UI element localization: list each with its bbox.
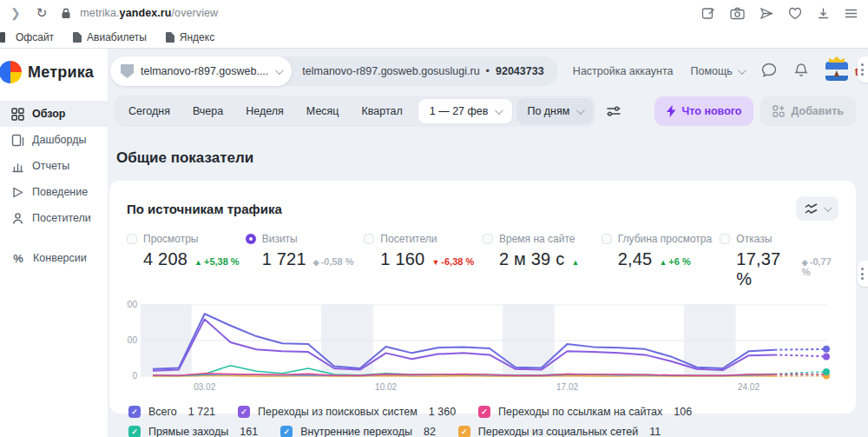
help-menu[interactable]: Помощь bbox=[691, 65, 744, 77]
metric-radio-selected[interactable] bbox=[246, 234, 256, 244]
chevron-down-icon bbox=[738, 66, 746, 75]
document-icon bbox=[73, 32, 82, 43]
metric-checkbox[interactable] bbox=[602, 234, 612, 244]
metric-visits[interactable]: Визиты 1 721◆-0,58 % bbox=[246, 233, 365, 289]
lightning-icon bbox=[667, 105, 676, 117]
checkbox-checked-icon[interactable]: ✓ bbox=[128, 426, 141, 437]
date-range-picker[interactable]: 1 — 27 фев bbox=[418, 98, 514, 124]
filters-toolbar: Сегодня Вчера Неделя Месяц Квартал 1 — 2… bbox=[108, 90, 868, 132]
counter-id: 92043733 bbox=[496, 65, 544, 77]
url-bar[interactable]: metrika.yandex.ru/overview bbox=[80, 7, 218, 19]
metric-bounce-rate[interactable]: Отказы 17,37 %◆-0,77 % bbox=[720, 233, 838, 289]
counter-selector[interactable]: telmanovo-r897.gosweb.... bbox=[110, 56, 292, 86]
sidebar-item-reports[interactable]: Отчеты bbox=[0, 153, 108, 179]
checkbox-checked-icon[interactable]: ✓ bbox=[458, 426, 470, 437]
granularity-select[interactable]: По дням bbox=[516, 98, 593, 124]
metric-checkbox[interactable] bbox=[483, 234, 493, 244]
percent-icon: % bbox=[11, 252, 25, 265]
account-settings-link[interactable]: Настройка аккаунта bbox=[573, 65, 674, 77]
forward-icon[interactable]: ❯ bbox=[10, 6, 21, 20]
period-filter-group: Сегодня Вчера Неделя Месяц Квартал 1 — 2… bbox=[115, 96, 595, 127]
checkbox-checked-icon[interactable]: ✓ bbox=[238, 406, 250, 418]
chart-type-selector[interactable] bbox=[796, 196, 838, 221]
sidebar-item-conversions[interactable]: % Конверсии bbox=[0, 245, 108, 271]
screenshot-icon[interactable] bbox=[730, 7, 745, 20]
whats-new-button[interactable]: Что нового bbox=[654, 96, 754, 126]
sidebar-item-label: Поведение bbox=[32, 186, 88, 198]
grid-icon bbox=[11, 108, 24, 121]
bookmarks-bar: Офсайт Авиабилеты Яндекс bbox=[0, 26, 868, 49]
period-yesterday[interactable]: Вчера bbox=[181, 105, 234, 117]
legend-direct-traffic[interactable]: ✓Прямые заходы161 bbox=[128, 426, 258, 437]
metric-time-on-site[interactable]: Время на сайте 2 м 39 с▲ bbox=[483, 233, 602, 289]
svg-text:17.02: 17.02 bbox=[556, 382, 578, 392]
segment-settings-icon[interactable] bbox=[606, 104, 621, 118]
counter-favicon bbox=[121, 64, 134, 78]
chart-legend: ✓Всего1 721 ✓Переходы из поисковых систе… bbox=[127, 406, 838, 437]
add-widget-button[interactable]: Добавить bbox=[760, 96, 856, 126]
svg-text:03.02: 03.02 bbox=[194, 382, 215, 392]
sidebar-item-label: Посетители bbox=[32, 212, 91, 224]
legend-link-traffic[interactable]: ✓Переходы по ссылкам на сайтах106 bbox=[478, 406, 692, 418]
reload-icon[interactable]: ↻ bbox=[36, 5, 48, 21]
sidebar-item-behavior[interactable]: Поведение bbox=[0, 179, 108, 205]
metric-checkbox[interactable] bbox=[720, 234, 730, 244]
metric-pageviews[interactable]: Просмотры 4 208▲+5,38 % bbox=[127, 233, 246, 289]
period-today[interactable]: Сегодня bbox=[117, 105, 181, 117]
svg-text:200: 200 bbox=[127, 300, 137, 309]
notifications-bell-icon[interactable] bbox=[794, 63, 808, 80]
bookmark-label: Офсайт bbox=[16, 31, 54, 43]
metric-visitors[interactable]: Посетители 1 160▼-6,38 % bbox=[364, 233, 483, 289]
checkbox-checked-icon[interactable]: ✓ bbox=[128, 406, 141, 418]
page-title: Общие показатели bbox=[116, 149, 868, 167]
period-month[interactable]: Месяц bbox=[295, 105, 351, 117]
sidebar-item-overview[interactable]: Обзор bbox=[0, 101, 108, 127]
svg-text:24.02: 24.02 bbox=[738, 382, 760, 392]
favorite-icon[interactable] bbox=[788, 7, 802, 20]
svg-text:10.02: 10.02 bbox=[375, 382, 397, 392]
metrika-logo-text: Метрика bbox=[28, 63, 94, 82]
legend-total[interactable]: ✓Всего1 721 bbox=[128, 406, 215, 418]
downloads-icon[interactable] bbox=[817, 7, 830, 20]
traffic-line-chart[interactable]: 010020003.0210.0217.0224.02 bbox=[127, 298, 838, 399]
sidebar-item-label: Обзор bbox=[32, 108, 65, 120]
bookmark-ofsite[interactable]: Офсайт bbox=[7, 31, 54, 43]
period-week[interactable]: Неделя bbox=[234, 105, 295, 117]
metric-depth[interactable]: Глубина просмотра 2,45▲+6 % bbox=[602, 233, 720, 289]
legend-social-traffic[interactable]: ✓Переходы из социальных сетей11 bbox=[458, 426, 661, 437]
granularity-value: По дням bbox=[527, 105, 569, 117]
sidebar-item-visitors[interactable]: Посетители bbox=[0, 205, 108, 231]
checkbox-checked-icon[interactable]: ✓ bbox=[280, 426, 293, 437]
whats-new-label: Что нового bbox=[682, 105, 742, 117]
metrika-logo-icon bbox=[0, 61, 22, 83]
play-icon bbox=[11, 186, 24, 199]
bookmark-yandex[interactable]: Яндекс bbox=[166, 31, 214, 43]
sidebar-item-label: Дашборды bbox=[32, 134, 87, 146]
metrika-logo[interactable]: Метрика bbox=[0, 61, 108, 83]
share-icon[interactable] bbox=[760, 7, 773, 20]
sidebar: Метрика Обзор Дашборды Отчеты Поведение … bbox=[0, 49, 108, 437]
menu-icon[interactable] bbox=[845, 8, 858, 19]
chevron-down-icon bbox=[576, 106, 585, 115]
checkbox-checked-icon[interactable]: ✓ bbox=[478, 406, 490, 418]
chat-icon[interactable] bbox=[761, 63, 777, 80]
more-actions-button[interactable] bbox=[858, 56, 868, 83]
user-avatar[interactable] bbox=[825, 62, 848, 81]
edit-icon[interactable] bbox=[701, 6, 715, 20]
widget-more-button[interactable] bbox=[858, 261, 868, 287]
date-range-value: 1 — 27 фев bbox=[430, 105, 489, 117]
sidebar-item-dashboards[interactable]: Дашборды bbox=[0, 127, 108, 153]
metric-checkbox[interactable] bbox=[127, 234, 137, 244]
dashboards-icon bbox=[11, 134, 24, 147]
bar-chart-icon bbox=[11, 160, 24, 173]
legend-internal-traffic[interactable]: ✓Внутренние переходы82 bbox=[280, 426, 436, 437]
metric-checkbox[interactable] bbox=[364, 234, 374, 244]
add-widget-icon bbox=[773, 105, 785, 117]
sidebar-item-label: Отчеты bbox=[32, 160, 69, 172]
summary-metrics: Просмотры 4 208▲+5,38 % Визиты 1 721◆-0,… bbox=[127, 233, 838, 289]
legend-search-traffic[interactable]: ✓Переходы из поисковых систем1 360 bbox=[238, 406, 456, 418]
period-quarter[interactable]: Квартал bbox=[351, 105, 414, 117]
bookmark-aviabilety[interactable]: Авиабилеты bbox=[73, 31, 147, 43]
bookmark-label: Авиабилеты bbox=[87, 31, 147, 43]
separator-dot: • bbox=[486, 65, 490, 77]
